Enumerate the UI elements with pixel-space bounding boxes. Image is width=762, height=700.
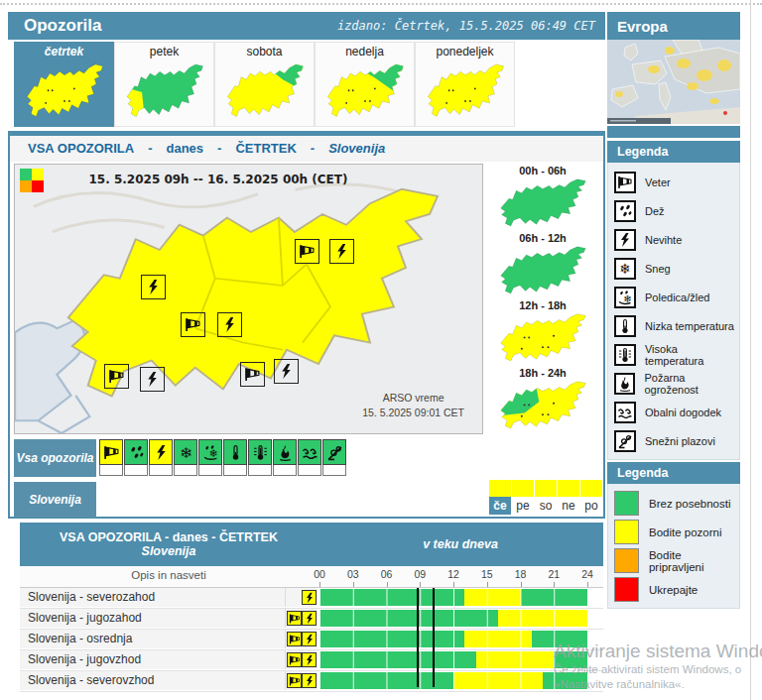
day-risk-square <box>580 480 602 497</box>
legend-color-label: Bodite pozorni <box>649 526 722 538</box>
slovenia-mini-map <box>425 63 506 121</box>
warning-cell-storm[interactable] <box>149 439 173 476</box>
europe-warning-map[interactable] <box>607 40 740 124</box>
row-label[interactable]: Slovenija - jugozahod <box>20 609 286 628</box>
ice-icon: ❄ <box>617 290 633 305</box>
warning-cell-coastal[interactable] <box>298 439 321 476</box>
tab-sobota[interactable]: sobota <box>214 42 315 127</box>
wind-icon <box>617 175 633 190</box>
legend-item-cold: Nizka temperatura <box>614 311 739 340</box>
day-risk-square <box>489 480 511 497</box>
wind-icon <box>103 444 120 461</box>
map-warning-wind <box>104 364 129 389</box>
warning-cell-snow[interactable]: ❄ <box>174 439 197 476</box>
row-label[interactable]: Slovenija - severovzhod <box>20 671 286 690</box>
top-dotted-divider <box>0 3 762 5</box>
tab-petek[interactable]: petek <box>114 42 214 127</box>
tab-label: ponedeljek <box>416 43 514 60</box>
window-edge <box>750 0 751 700</box>
table-subheader: Opis in nasveti 000306091215182124 <box>20 566 603 588</box>
thunderstorm-icon <box>304 613 316 625</box>
legend-color-yellow: Bodite pozorni <box>614 518 739 546</box>
timeline-grid <box>319 610 587 627</box>
issued-timestamp: izdano: Četrtek, 15.5.2025 06:49 CET <box>337 19 595 33</box>
hour-tick <box>353 582 354 587</box>
row-label[interactable]: Slovenija - severozahod <box>20 588 286 607</box>
slovenia-mini-map <box>497 246 588 297</box>
legend-item-label: Nevihte <box>645 234 682 246</box>
legend-item-snow: ❄Sneg <box>614 254 739 283</box>
warning-cell-rain[interactable] <box>124 439 148 476</box>
map-warning-wind <box>181 312 205 337</box>
color-swatch <box>614 491 639 516</box>
legend-item-label: Poledica/žled <box>645 292 709 303</box>
legend-color-label: Brez posebnosti <box>649 498 730 510</box>
legend-item-fire: Požarna ogroženost <box>614 369 739 398</box>
warning-cell-cold[interactable] <box>223 439 247 476</box>
snow-icon: ❄ <box>178 444 194 461</box>
day-če[interactable]: če <box>489 480 511 515</box>
row-warning-wind <box>287 652 302 667</box>
tab-nedelja[interactable]: nedelja <box>315 42 415 127</box>
risk-yellow <box>32 169 44 180</box>
warning-cell-wind[interactable] <box>99 439 123 476</box>
warning-cell-avalanche[interactable] <box>322 439 346 476</box>
svg-text:❄: ❄ <box>623 292 631 303</box>
warning-period: 15. 5.2025 09h -- 16. 5.2025 00h (CET) <box>55 173 382 186</box>
tab-ponedeljek[interactable]: ponedeljek <box>415 42 515 127</box>
row-label[interactable]: Slovenija - osrednja <box>20 630 286 648</box>
low-temperature-icon <box>227 444 244 461</box>
table-row: Slovenija - jugozahod <box>20 609 603 630</box>
interval-label: 00h - 06h <box>484 164 601 178</box>
day-pe[interactable]: pe <box>512 480 534 515</box>
slovenia-warning-map[interactable]: 15. 5.2025 09h -- 16. 5.2025 00h (CET) A… <box>14 164 483 434</box>
day-ne[interactable]: ne <box>558 480 579 515</box>
tab-četrtek[interactable]: četrtek <box>14 42 114 127</box>
legend-risk-colors: Legenda Brez posebnostiBodite pozorniBod… <box>607 462 740 609</box>
legend-types-title: Legenda <box>607 141 740 163</box>
warning-cell-ice[interactable]: ❄ <box>198 439 222 476</box>
day-so[interactable]: so <box>535 480 557 515</box>
row-label[interactable]: Slovenija - jugovzhod <box>20 650 286 669</box>
day-abbr: pe <box>512 497 534 515</box>
risk-orange <box>20 180 32 192</box>
europe-map-marker <box>723 111 727 115</box>
day-risk-square <box>558 480 579 497</box>
warning-cell-fire[interactable] <box>273 439 297 476</box>
row-warning-wind <box>287 632 302 646</box>
thunderstorm-icon <box>304 654 316 666</box>
warning-cell-empty <box>99 465 123 476</box>
day-abbr: so <box>535 497 557 515</box>
legend-color-label: Bodite pripravljeni <box>649 549 739 573</box>
warning-cell-empty <box>149 465 173 476</box>
color-swatch <box>614 520 639 544</box>
warning-cell-heat[interactable] <box>248 439 272 476</box>
row-timeline <box>319 589 587 606</box>
hour-label: 21 <box>548 566 560 582</box>
timeline-grid <box>319 672 587 689</box>
interval-18h-24h: 18h - 24h <box>484 366 601 433</box>
wind-icon <box>108 368 125 385</box>
legend-color-orange: Bodite pripravljeni <box>614 546 739 575</box>
row-timeline <box>319 631 587 647</box>
map-warning-wind <box>295 239 319 264</box>
interval-06h-12h: 06h - 12h <box>484 231 601 298</box>
row-icons <box>286 588 318 607</box>
hour-tick <box>319 582 320 587</box>
legend-item-label: Obalni dogodek <box>645 407 721 418</box>
day-po[interactable]: po <box>580 480 602 515</box>
thunderstorm-icon <box>304 675 316 687</box>
legend-item-label: Požarna ogroženost <box>644 372 739 396</box>
legend-item-heat: Visoka temperatura <box>614 340 739 369</box>
legend-color-red: Ukrepajte <box>614 575 739 604</box>
wind-icon <box>289 634 301 645</box>
slovenia-mini-map <box>497 313 588 365</box>
day-abbr: po <box>580 497 602 515</box>
coastal-event-icon <box>302 444 318 461</box>
legend-colors-title: Legenda <box>607 462 740 484</box>
rain-icon <box>128 444 145 461</box>
tab-label: nedelja <box>316 43 414 60</box>
timeline-grid <box>319 651 587 668</box>
ice-icon-box: ❄ <box>614 287 636 308</box>
timeline-grid <box>319 589 587 606</box>
